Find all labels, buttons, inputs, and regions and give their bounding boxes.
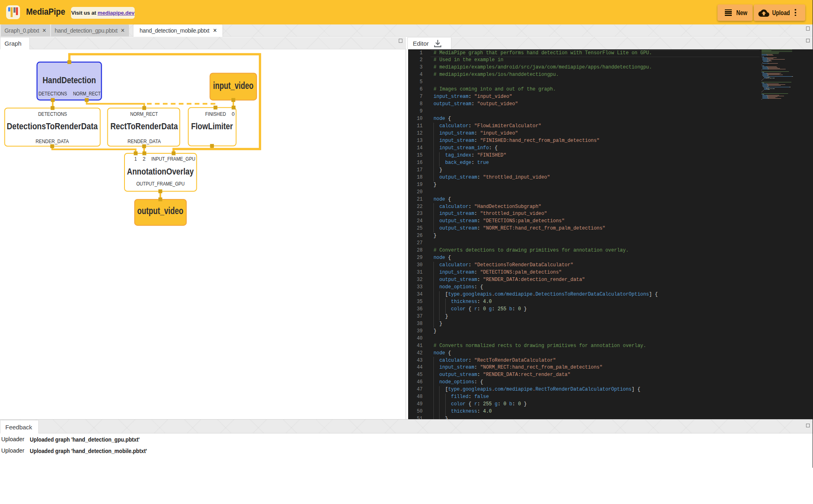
- svg-text:DetectionsToRenderData: DetectionsToRenderData: [7, 122, 98, 131]
- svg-text:OUTPUT_FRAME_GPU: OUTPUT_FRAME_GPU: [136, 181, 185, 187]
- svg-text:output_video: output_video: [137, 206, 183, 216]
- svg-text:1: 1: [134, 156, 137, 162]
- svg-text:INPUT_FRAME_GPU: INPUT_FRAME_GPU: [151, 156, 195, 162]
- svg-text:DETECTIONS: DETECTIONS: [38, 91, 67, 97]
- svg-text:RENDER_DATA: RENDER_DATA: [36, 138, 69, 144]
- svg-text:HandDetection: HandDetection: [42, 75, 96, 85]
- svg-text:FINISHED: FINISHED: [205, 111, 226, 117]
- svg-text:NORM_RECT: NORM_RECT: [73, 91, 101, 97]
- svg-text:AnnotationOverlay: AnnotationOverlay: [127, 167, 194, 177]
- svg-text:DETECTIONS: DETECTIONS: [38, 111, 67, 117]
- svg-text:0: 0: [232, 111, 235, 117]
- svg-text:FlowLimiter: FlowLimiter: [191, 122, 233, 131]
- svg-text:input_video: input_video: [213, 80, 253, 91]
- svg-text:NORM_RECT: NORM_RECT: [130, 111, 158, 117]
- svg-text:RENDER_DATA: RENDER_DATA: [128, 138, 161, 144]
- svg-text:RectToRenderData: RectToRenderData: [110, 122, 178, 131]
- svg-text:2: 2: [142, 156, 145, 162]
